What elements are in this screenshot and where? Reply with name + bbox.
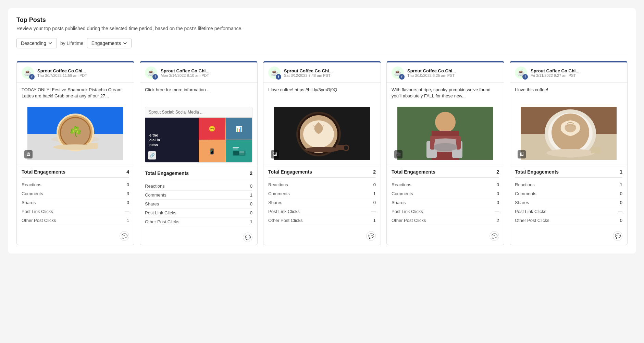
post-link-clicks-value: — (495, 209, 499, 214)
card-header-info: Sprout Coffee Co Chi... Fri 3/11/2022 9:… (531, 68, 579, 78)
comments-value: 1 (250, 192, 252, 198)
card-footer: 💬 (140, 230, 257, 245)
facebook-badge: f (152, 74, 158, 80)
other-post-clicks-label: Other Post Clicks (22, 218, 56, 223)
account-name: Sprout Coffee Co Chi... (161, 68, 209, 73)
total-engagements-label: Total Engagements (515, 169, 559, 175)
post-link-clicks-row: Post Link Clicks — (515, 207, 622, 216)
comment-button[interactable]: 💬 (613, 231, 622, 241)
post-text: I love coffee! https://bit.ly/3ymGj9Q (268, 87, 376, 103)
total-engagements-row: Total Engagements 2 (392, 169, 499, 178)
card-body: With flavours of ripe, spooky pumpkin we… (387, 83, 504, 165)
post-image (392, 107, 499, 160)
cards-grid: ☕ f Sprout Coffee Co Chi... Thu 3/17/202… (16, 61, 628, 245)
card-footer: 💬 (387, 228, 504, 244)
total-engagements-value: 4 (126, 169, 129, 175)
reactions-label: Reactions (22, 182, 41, 187)
account-name: Sprout Coffee Co Chi... (531, 68, 579, 73)
other-post-clicks-row: Other Post Clicks 1 (268, 216, 376, 225)
post-text: Click here for more information ... (145, 87, 252, 103)
comment-button[interactable]: 💬 (243, 233, 252, 242)
metric-dropdown[interactable]: Engagements (87, 38, 132, 48)
svg-point-22 (305, 147, 339, 152)
post-link-clicks-label: Post Link Clicks (515, 209, 546, 214)
post-date: Sat 3/12/2022 7:48 am PST (284, 73, 333, 78)
page-subtitle: Review your top posts published during t… (16, 26, 628, 31)
card-header: ☕ f Sprout Coffee Co Chi... Thu 3/17/202… (17, 62, 134, 83)
shares-label: Shares (268, 200, 282, 205)
chevron-down-icon-2 (123, 41, 127, 45)
avatar: ☕ f (22, 67, 34, 79)
comments-label: Comments (145, 192, 166, 198)
svg-rect-16 (239, 153, 244, 154)
other-post-clicks-value: 2 (497, 218, 499, 223)
comments-label: Comments (515, 191, 536, 196)
other-post-clicks-row: Other Post Clicks 1 (22, 216, 129, 225)
comments-label: Comments (22, 191, 43, 196)
stats-section: Total Engagements 2 Reactions 0 Comments… (140, 166, 257, 230)
comments-label: Comments (392, 191, 413, 196)
post-link-clicks-label: Post Link Clicks (268, 209, 300, 214)
other-post-clicks-label: Other Post Clicks (268, 218, 302, 223)
card-body: TODAY ONLY! Festive Shamrock Pistachio C… (17, 83, 134, 165)
post-image (515, 107, 622, 160)
post-card: ☕ f Sprout Coffee Co Chi... Thu 3/10/202… (386, 61, 504, 245)
image-container: ☘️ 🖼 (22, 107, 129, 161)
post-link-clicks-label: Post Link Clicks (22, 209, 53, 214)
post-date: Mon 3/14/2022 8:10 am PDT (161, 73, 209, 78)
total-engagements-label: Total Engagements (145, 170, 189, 176)
avatar: ☕ f (145, 67, 157, 79)
account-name: Sprout Coffee Co Chi... (407, 68, 456, 73)
comments-label: Comments (268, 191, 290, 196)
card-header: ☕ f Sprout Coffee Co Chi... Thu 3/10/202… (387, 62, 504, 83)
reactions-row: Reactions 1 (515, 180, 622, 189)
shares-label: Shares (22, 200, 36, 205)
total-engagements-label: Total Engagements (268, 169, 312, 175)
comments-row: Comments 1 (145, 191, 252, 200)
reactions-label: Reactions (515, 182, 535, 187)
post-card: ☕ f Sprout Coffee Co Chi... Mon 3/14/202… (140, 61, 258, 245)
sort-dropdown[interactable]: Descending (16, 38, 57, 48)
link-preview: Sprout Social: Social Media ... e thecia… (145, 107, 252, 163)
total-engagements-row: Total Engagements 4 (22, 169, 129, 178)
svg-rect-11 (233, 147, 239, 148)
by-lifetime-label: by Lifetime (60, 40, 84, 46)
shares-value: 0 (497, 200, 499, 205)
reactions-value: 0 (373, 182, 376, 187)
image-type-icon: 🖼 (271, 150, 279, 158)
total-engagements-label: Total Engagements (392, 169, 435, 175)
total-engagements-row: Total Engagements 2 (268, 169, 376, 178)
total-engagements-value: 2 (250, 170, 252, 176)
shares-value: 0 (250, 201, 252, 206)
shares-label: Shares (145, 201, 159, 206)
comment-button[interactable]: 💬 (490, 231, 499, 241)
post-card: ☕ f Sprout Coffee Co Chi... Fri 3/11/202… (510, 61, 628, 245)
svg-rect-12 (233, 149, 237, 149)
stats-section: Total Engagements 2 Reactions 0 Comments… (387, 165, 504, 228)
facebook-badge: f (29, 74, 35, 80)
comment-button[interactable]: 💬 (366, 231, 376, 241)
post-link-clicks-value: — (371, 209, 376, 214)
image-type-icon: 🎥 (394, 150, 402, 158)
comments-value: 0 (497, 191, 499, 196)
card-header-info: Sprout Coffee Co Chi... Thu 3/17/2022 11… (37, 68, 87, 78)
total-engagements-value: 2 (373, 169, 376, 175)
post-text: I love this coffee! (515, 87, 622, 103)
comments-row: Comments 0 (515, 189, 622, 198)
shares-value: 0 (620, 200, 622, 205)
post-text: With flavours of ripe, spooky pumpkin we… (392, 87, 499, 103)
image-type-icon: 🖼 (518, 150, 526, 158)
image-container: 🖼 (268, 107, 376, 161)
post-card: ☕ f Sprout Coffee Co Chi... Thu 3/17/202… (16, 61, 134, 245)
account-name: Sprout Coffee Co Chi... (37, 68, 87, 73)
comment-button[interactable]: 💬 (120, 231, 129, 241)
total-engagements-value: 1 (620, 169, 622, 175)
shares-value: 0 (373, 200, 376, 205)
total-engagements-value: 2 (496, 169, 499, 175)
post-link-clicks-row: Post Link Clicks — (268, 207, 376, 216)
post-image (268, 107, 376, 160)
post-link-clicks-row: Post Link Clicks — (22, 207, 129, 216)
reactions-label: Reactions (145, 184, 165, 189)
chevron-down-icon (48, 41, 52, 45)
toolbar: Descending by Lifetime Engagements (16, 38, 628, 54)
